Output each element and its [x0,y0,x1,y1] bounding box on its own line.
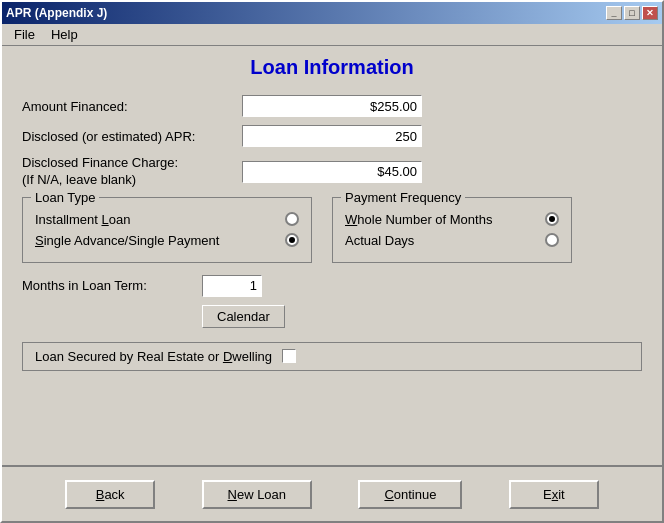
main-window: APR (Appendix J) _ □ ✕ File Help Loan In… [0,0,664,523]
menu-file[interactable]: File [6,25,43,44]
calendar-row: Calendar [202,305,642,328]
finance-charge-row: Disclosed Finance Charge: (If N/A, leave… [22,155,642,189]
secured-label: Loan Secured by Real Estate or Dwelling [35,349,272,364]
groups-row: Loan Type Installment Loan Single Advanc… [22,197,642,263]
single-advance-radio[interactable] [285,233,299,247]
new-loan-button[interactable]: New Loan [202,480,313,509]
months-label: Months in Loan Term: [22,278,202,293]
back-button[interactable]: Back [65,480,155,509]
finance-charge-label: Disclosed Finance Charge: [22,155,242,172]
single-advance-label: Single Advance/Single Payment [35,233,219,248]
installment-loan-radio[interactable] [285,212,299,226]
bottom-bar: Back New Loan Continue Exit [2,465,662,521]
months-row: Months in Loan Term: [22,275,642,297]
actual-days-radio[interactable] [545,233,559,247]
finance-charge-note: (If N/A, leave blank) [22,172,242,189]
continue-button[interactable]: Continue [358,480,462,509]
single-advance-row: Single Advance/Single Payment [35,233,299,248]
whole-months-label: Whole Number of Months [345,212,492,227]
window-title: APR (Appendix J) [6,6,107,20]
disclosed-apr-label: Disclosed (or estimated) APR: [22,129,242,144]
payment-freq-title: Payment Frequency [341,190,465,205]
amount-financed-row: Amount Financed: [22,95,642,117]
loan-type-title: Loan Type [31,190,99,205]
loan-type-group: Loan Type Installment Loan Single Advanc… [22,197,312,263]
menu-bar: File Help [2,24,662,46]
whole-months-radio[interactable] [545,212,559,226]
disclosed-apr-row: Disclosed (or estimated) APR: [22,125,642,147]
exit-button[interactable]: Exit [509,480,599,509]
installment-loan-label: Installment Loan [35,212,130,227]
disclosed-apr-input[interactable] [242,125,422,147]
page-title: Loan Information [22,56,642,79]
installment-loan-row: Installment Loan [35,212,299,227]
title-controls: _ □ ✕ [606,6,658,20]
months-input[interactable] [202,275,262,297]
minimize-button[interactable]: _ [606,6,622,20]
amount-financed-input[interactable] [242,95,422,117]
payment-freq-group: Payment Frequency Whole Number of Months… [332,197,572,263]
close-button[interactable]: ✕ [642,6,658,20]
maximize-button[interactable]: □ [624,6,640,20]
actual-days-row: Actual Days [345,233,559,248]
finance-charge-label-wrap: Disclosed Finance Charge: (If N/A, leave… [22,155,242,189]
menu-help[interactable]: Help [43,25,86,44]
whole-months-row: Whole Number of Months [345,212,559,227]
content-area: Loan Information Amount Financed: Disclo… [2,46,662,465]
calendar-button[interactable]: Calendar [202,305,285,328]
amount-financed-label: Amount Financed: [22,99,242,114]
secured-checkbox[interactable] [282,349,296,363]
finance-charge-input[interactable] [242,161,422,183]
actual-days-label: Actual Days [345,233,414,248]
secured-row: Loan Secured by Real Estate or Dwelling [22,342,642,371]
title-bar: APR (Appendix J) _ □ ✕ [2,2,662,24]
